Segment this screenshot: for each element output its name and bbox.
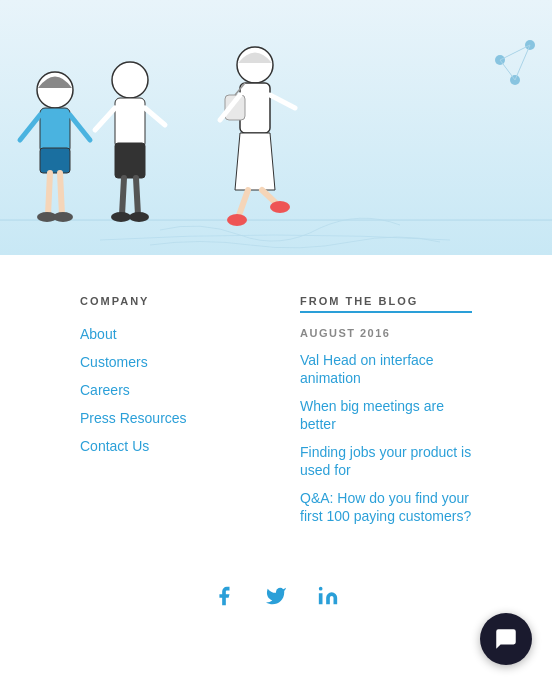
blog-link[interactable]: Q&A: How do you find your first 100 payi… xyxy=(300,490,471,524)
company-column: COMPANY AboutCustomersCareersPress Resou… xyxy=(80,295,240,525)
svg-point-14 xyxy=(53,212,73,222)
blog-divider xyxy=(300,311,472,313)
blog-section-title: FROM THE BLOG xyxy=(300,295,472,307)
footer-content: COMPANY AboutCustomersCareersPress Resou… xyxy=(0,255,552,555)
blog-date: AUGUST 2016 xyxy=(300,327,472,339)
social-row xyxy=(0,555,552,633)
svg-point-17 xyxy=(112,62,148,98)
company-section-title: COMPANY xyxy=(80,295,240,307)
company-link[interactable]: Contact Us xyxy=(80,438,149,454)
company-link[interactable]: Press Resources xyxy=(80,410,187,426)
company-link[interactable]: Careers xyxy=(80,382,130,398)
company-link[interactable]: Customers xyxy=(80,354,148,370)
blog-link[interactable]: Finding jobs your product is used for xyxy=(300,444,471,478)
hero-illustration xyxy=(0,0,552,255)
svg-point-36 xyxy=(319,587,323,591)
blog-links-list: Val Head on interface animationWhen big … xyxy=(300,351,472,525)
company-links-list: AboutCustomersCareersPress ResourcesCont… xyxy=(80,325,240,455)
svg-rect-9 xyxy=(40,108,70,153)
svg-point-33 xyxy=(270,201,290,213)
svg-point-26 xyxy=(237,47,273,83)
chat-button[interactable] xyxy=(480,613,532,665)
blog-link[interactable]: Val Head on interface animation xyxy=(300,352,434,386)
linkedin-icon[interactable] xyxy=(317,585,339,613)
svg-line-20 xyxy=(122,178,124,215)
svg-point-32 xyxy=(227,214,247,226)
twitter-icon[interactable] xyxy=(265,585,287,613)
svg-point-23 xyxy=(129,212,149,222)
blog-column: FROM THE BLOG AUGUST 2016 Val Head on in… xyxy=(300,295,472,525)
svg-rect-18 xyxy=(115,98,145,148)
blog-link[interactable]: When big meetings are better xyxy=(300,398,444,432)
svg-line-21 xyxy=(136,178,138,215)
facebook-icon[interactable] xyxy=(213,585,235,613)
svg-line-11 xyxy=(48,173,50,215)
svg-point-22 xyxy=(111,212,131,222)
company-link[interactable]: About xyxy=(80,326,117,342)
svg-rect-19 xyxy=(115,143,145,178)
svg-rect-10 xyxy=(40,148,70,173)
svg-line-12 xyxy=(60,173,62,215)
